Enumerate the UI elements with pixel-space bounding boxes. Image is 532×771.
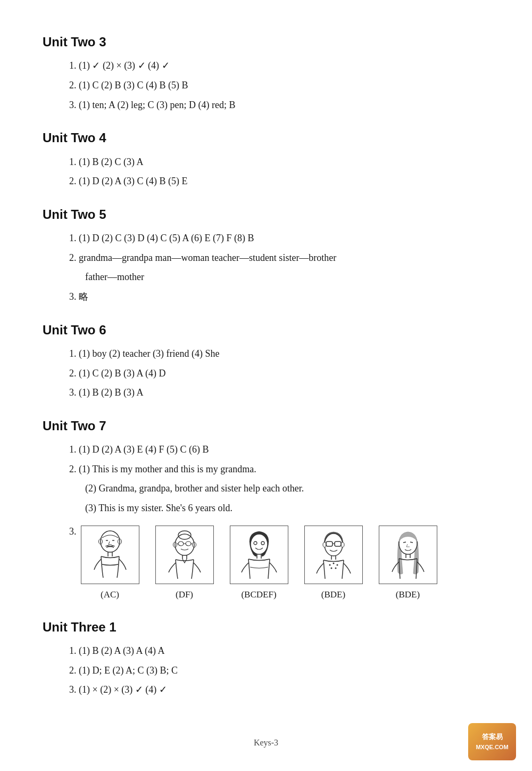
answer-line: 1. (1) boy (2) teacher (3) friend (4) Sh… <box>69 346 489 362</box>
image-box-df <box>155 526 214 584</box>
image-box-bcdef <box>230 526 288 584</box>
image-prefix-label: 3. <box>69 524 77 539</box>
section-title-unit-two-6: Unit Two 6 <box>43 320 489 340</box>
section-title-unit-two-3: Unit Two 3 <box>43 32 489 52</box>
page-footer: Keys-3 <box>0 736 532 750</box>
answer-line: 2. (1) D; E (2) A; C (3) B; C <box>69 662 489 679</box>
image-box-ac <box>81 526 139 584</box>
answer-line: (3) This is my sister. She's 6 years old… <box>69 500 489 516</box>
answers-unit-two-7: 1. (1) D (2) A (3) E (4) F (5) C (6) B 2… <box>43 441 489 602</box>
images-row: (AC) <box>81 526 437 602</box>
svg-point-8 <box>175 534 194 555</box>
image-label-bde2: (BDE) <box>396 587 420 602</box>
answer-line: 1. (1) ✓ (2) × (3) ✓ (4) ✓ <box>69 58 489 74</box>
svg-point-25 <box>341 542 344 547</box>
answer-line: 3. 略 <box>69 289 489 305</box>
image-label-df: (DF) <box>176 587 193 602</box>
svg-point-34 <box>330 567 332 569</box>
svg-point-24 <box>323 542 326 547</box>
svg-point-12 <box>186 542 191 546</box>
svg-line-38 <box>410 542 413 543</box>
section-unit-two-3: Unit Two 3 1. (1) ✓ (2) × (3) ✓ (4) ✓ 2.… <box>43 32 489 113</box>
answer-line: 3. (1) ten; A (2) leg; C (3) pen; D (4) … <box>69 97 489 113</box>
answers-unit-three-1: 1. (1) B (2) A (3) A (4) A 2. (1) D; E (… <box>43 643 489 698</box>
image-label-bcdef: (BCDEF) <box>241 587 276 602</box>
answer-line: 2. (1) This is my mother and this is my … <box>69 461 489 478</box>
svg-point-31 <box>329 564 330 565</box>
svg-point-11 <box>178 542 184 546</box>
section-title-unit-three-1: Unit Three 1 <box>43 617 489 637</box>
section-unit-two-7: Unit Two 7 1. (1) D (2) A (3) E (4) F (5… <box>43 416 489 602</box>
image-item-ac: (AC) <box>81 526 139 602</box>
section-unit-three-1: Unit Three 1 1. (1) B (2) A (3) A (4) A … <box>43 617 489 698</box>
image-item-bde1: (BDE) <box>304 526 363 602</box>
svg-point-32 <box>332 562 334 564</box>
figure-longhair-woman-svg <box>384 530 432 580</box>
answers-unit-two-5: 1. (1) D (2) C (3) D (4) C (5) A (6) E (… <box>43 230 489 305</box>
watermark: 答案易 MXQE.COM <box>468 723 516 760</box>
answer-line: 2. (1) C (2) B (3) A (4) D <box>69 365 489 382</box>
figure-young-woman-svg <box>235 530 283 580</box>
image-item-bde2: (BDE) <box>379 526 437 602</box>
answer-line: 2. (1) D (2) A (3) C (4) B (5) E <box>69 173 489 190</box>
image-item-bcdef: (BCDEF) <box>230 526 288 602</box>
section-title-unit-two-4: Unit Two 4 <box>43 128 489 148</box>
image-item-df: (DF) <box>155 526 214 602</box>
answer-line: 3. (1) × (2) × (3) ✓ (4) ✓ <box>69 682 489 698</box>
answers-unit-two-4: 1. (1) B (2) C (3) A 2. (1) D (2) A (3) … <box>43 154 489 190</box>
section-title-unit-two-7: Unit Two 7 <box>43 416 489 436</box>
answer-line: 3. (1) B (2) B (3) A <box>69 384 489 401</box>
section-title-unit-two-5: Unit Two 5 <box>43 204 489 225</box>
svg-point-33 <box>336 564 338 565</box>
svg-line-37 <box>403 542 406 543</box>
svg-point-0 <box>101 531 120 552</box>
answer-line: 1. (1) B (2) C (3) A <box>69 154 489 170</box>
svg-point-23 <box>325 534 343 556</box>
image-box-bde1 <box>304 526 363 584</box>
image-box-bde2 <box>379 526 437 584</box>
section-unit-two-4: Unit Two 4 1. (1) B (2) C (3) A 2. (1) D… <box>43 128 489 190</box>
answer-line: 2. grandma—grandpa man—woman teacher—stu… <box>69 250 489 266</box>
section-unit-two-6: Unit Two 6 1. (1) boy (2) teacher (3) fr… <box>43 320 489 401</box>
watermark-inner: 答案易 MXQE.COM <box>468 723 516 760</box>
image-label-ac: (AC) <box>101 587 119 602</box>
answer-line: 2. (1) C (2) B (3) C (4) B (5) B <box>69 77 489 94</box>
svg-point-35 <box>335 567 336 569</box>
answer-line: father—mother <box>69 269 489 285</box>
svg-point-18 <box>251 534 268 554</box>
watermark-logo-text: 答案易 <box>482 732 503 743</box>
answer-line: 1. (1) D (2) A (3) E (4) F (5) C (6) B <box>69 441 489 458</box>
watermark-url-text: MXQE.COM <box>476 743 508 752</box>
answer-line: 1. (1) D (2) C (3) D (4) C (5) A (6) E (… <box>69 230 489 247</box>
figure-glasses-woman-svg <box>310 530 358 580</box>
figure-old-man-svg <box>86 530 134 580</box>
section-unit-two-5: Unit Two 5 1. (1) D (2) C (3) D (4) C (5… <box>43 204 489 305</box>
page: Unit Two 3 1. (1) ✓ (2) × (3) ✓ (4) ✓ 2.… <box>0 0 532 771</box>
footer-text: Keys-3 <box>254 738 278 747</box>
figure-old-woman-svg <box>161 530 209 580</box>
answer-line: (2) Grandma, grandpa, brother and sister… <box>69 480 489 497</box>
image-label-bde1: (BDE) <box>321 587 345 602</box>
answers-unit-two-6: 1. (1) boy (2) teacher (3) friend (4) Sh… <box>43 346 489 401</box>
answer-line: 1. (1) B (2) A (3) A (4) A <box>69 643 489 659</box>
answers-unit-two-3: 1. (1) ✓ (2) × (3) ✓ (4) ✓ 2. (1) C (2) … <box>43 58 489 113</box>
